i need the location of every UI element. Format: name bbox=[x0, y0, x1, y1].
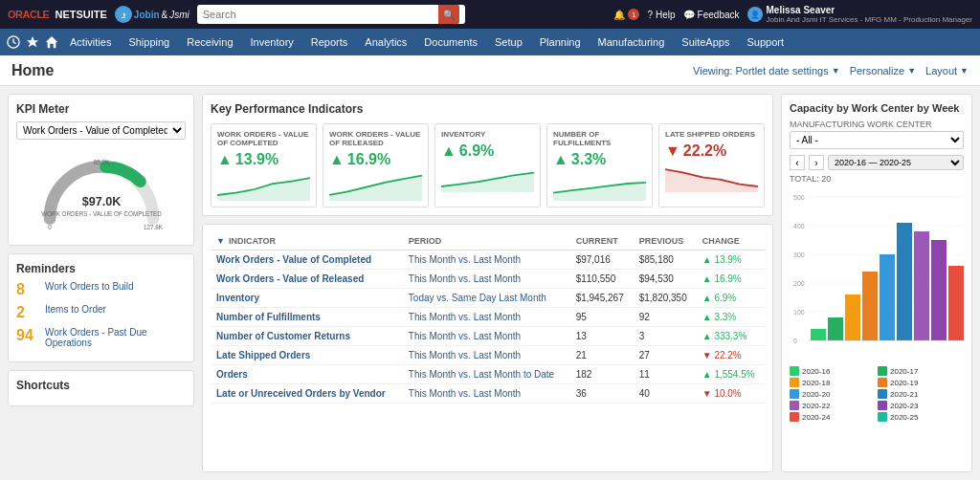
cell-current-5: 21 bbox=[570, 346, 634, 365]
user-info[interactable]: 👤 Melissa Seaver Jobin And Jsmi IT Servi… bbox=[747, 5, 972, 24]
cell-change-5: ▼ 22.2% bbox=[697, 346, 765, 365]
nav-item-shipping[interactable]: Shipping bbox=[120, 29, 178, 55]
reminder-item-2: 94Work Orders - Past Due Operations bbox=[16, 327, 186, 348]
jsmi-text: Jsmi bbox=[169, 10, 189, 20]
legend-color-7 bbox=[878, 401, 887, 410]
search-button[interactable]: 🔍 bbox=[438, 5, 459, 24]
top-right: 🔔 1 ? Help 💬 Feedback 👤 Melissa Seaver J… bbox=[613, 5, 972, 24]
legend-label-9: 2020-25 bbox=[890, 413, 918, 422]
kpi-box-value-4: ▼ 22.2% bbox=[665, 142, 758, 160]
personalize-link[interactable]: Personalize ▼ bbox=[850, 65, 916, 76]
kpi-meter-select[interactable]: Work Orders - Value of Completed bbox=[16, 121, 186, 140]
feedback-icon: 💬 bbox=[683, 10, 695, 20]
amp-text: & bbox=[162, 10, 168, 20]
clock-icon[interactable] bbox=[4, 33, 23, 52]
reminder-text-0[interactable]: Work Orders to Build bbox=[45, 281, 134, 292]
indicator-link-7[interactable]: Late or Unreceived Orders by Vendor bbox=[216, 388, 386, 399]
legend-color-0 bbox=[790, 366, 799, 376]
cell-indicator-5: Late Shipped Orders bbox=[211, 346, 403, 365]
nav-items: ActivitiesShippingReceivingInventoryRepo… bbox=[61, 29, 792, 55]
indicator-link-1[interactable]: Work Orders - Value of Released bbox=[216, 273, 364, 284]
legend-color-1 bbox=[878, 366, 887, 376]
change-value-5: 22.2% bbox=[714, 350, 741, 360]
kpi-trend-icon-1: ▲ bbox=[329, 151, 345, 168]
work-center-select[interactable]: - All - bbox=[790, 131, 964, 149]
reminder-text-2[interactable]: Work Orders - Past Due Operations bbox=[45, 327, 186, 348]
nav-item-suiteapps[interactable]: SuiteApps bbox=[673, 29, 738, 55]
bar-2 bbox=[845, 295, 860, 340]
work-center-label: MANUFACTURING WORK CENTER bbox=[790, 120, 964, 129]
indicator-link-3[interactable]: Number of Fulfillments bbox=[216, 312, 321, 322]
logo-area: ORACLE NETSUITE bbox=[8, 9, 107, 20]
nav-item-setup[interactable]: Setup bbox=[486, 29, 531, 55]
left-panel: KPI Meter Work Orders - Value of Complet… bbox=[8, 94, 194, 472]
main-content: KPI Meter Work Orders - Value of Complet… bbox=[0, 86, 980, 480]
indicator-link-5[interactable]: Late Shipped Orders bbox=[216, 350, 310, 360]
notification-item[interactable]: 🔔 1 bbox=[613, 9, 639, 20]
bar-8 bbox=[948, 266, 964, 340]
nav-item-documents[interactable]: Documents bbox=[415, 29, 486, 55]
reminders-list: 8Work Orders to Build2Items to Order94Wo… bbox=[16, 281, 186, 348]
personalize-label: Personalize bbox=[850, 65, 904, 76]
nav-item-reports[interactable]: Reports bbox=[302, 29, 357, 55]
help-label: Help bbox=[656, 10, 676, 20]
search-input[interactable] bbox=[203, 9, 438, 20]
period-link-7[interactable]: This Month vs. Last Month bbox=[409, 388, 521, 399]
nav-item-analytics[interactable]: Analytics bbox=[356, 29, 415, 55]
reminder-count-0: 8 bbox=[16, 281, 39, 298]
top-bar: ORACLE NETSUITE J Jobin & Jsmi 🔍 🔔 1 ? H… bbox=[0, 0, 980, 29]
bar-3 bbox=[862, 272, 878, 340]
period-link-5[interactable]: This Month vs. Last Month bbox=[409, 350, 521, 360]
viewing-label: Viewing: Portlet date settings bbox=[693, 65, 829, 76]
legend-color-9 bbox=[878, 412, 887, 422]
change-value-4: 333.3% bbox=[714, 331, 746, 341]
cell-change-7: ▼ 10.0% bbox=[697, 384, 765, 404]
svg-text:400: 400 bbox=[793, 223, 805, 229]
next-date-button[interactable]: › bbox=[809, 155, 824, 170]
help-item[interactable]: ? Help bbox=[647, 10, 675, 20]
col-period[interactable]: PERIOD bbox=[403, 232, 570, 251]
date-range-select[interactable]: 2020-16 — 2020-25 bbox=[828, 155, 964, 170]
kpi-box-number-4: 22.2% bbox=[683, 142, 726, 160]
period-link-2[interactable]: Today vs. Same Day Last Month bbox=[409, 293, 546, 303]
col-indicator[interactable]: ▼INDICATOR bbox=[211, 232, 403, 251]
header-right: Viewing: Portlet date settings ▼ Persona… bbox=[693, 65, 969, 76]
period-link-6[interactable]: This Month vs. Last Month to Date bbox=[409, 369, 554, 380]
kpi-box-label-3: NUMBER OF FULFILLMENTS bbox=[553, 130, 646, 147]
nav-item-inventory[interactable]: Inventory bbox=[242, 29, 302, 55]
legend-item-3: 2020-19 bbox=[878, 378, 964, 387]
period-link-3[interactable]: This Month vs. Last Month bbox=[409, 312, 521, 322]
reminder-text-1[interactable]: Items to Order bbox=[45, 304, 106, 315]
nav-item-receiving[interactable]: Receiving bbox=[178, 29, 241, 55]
period-link-1[interactable]: This Month vs. Last Month bbox=[409, 273, 521, 284]
indicator-link-4[interactable]: Number of Customer Returns bbox=[216, 331, 350, 341]
indicator-link-6[interactable]: Orders bbox=[216, 369, 248, 380]
legend-label-4: 2020-20 bbox=[802, 390, 830, 399]
layout-dropdown-icon: ▼ bbox=[960, 66, 969, 76]
cell-period-4: This Month vs. Last Month bbox=[403, 327, 570, 346]
nav-item-activities[interactable]: Activities bbox=[61, 29, 120, 55]
indicator-link-0[interactable]: Work Orders - Value of Completed bbox=[216, 254, 371, 265]
feedback-item[interactable]: 💬 Feedback bbox=[683, 10, 740, 20]
col-previous[interactable]: PREVIOUS bbox=[634, 232, 697, 251]
indicator-link-2[interactable]: Inventory bbox=[216, 293, 259, 303]
gauge-container: $97.0K WORK ORDERS - VALUE OF COMPLETED … bbox=[16, 145, 186, 231]
layout-link[interactable]: Layout ▼ bbox=[925, 65, 969, 76]
nav-item-support[interactable]: Support bbox=[738, 29, 792, 55]
legend-color-5 bbox=[878, 389, 887, 399]
user-name: Melissa Seaver bbox=[767, 5, 972, 15]
legend-color-4 bbox=[790, 389, 799, 399]
nav-item-manufacturing[interactable]: Manufacturing bbox=[590, 29, 674, 55]
nav-item-planning[interactable]: Planning bbox=[531, 29, 590, 55]
oracle-logo: ORACLE bbox=[8, 9, 49, 20]
period-link-0[interactable]: This Month vs. Last Month bbox=[409, 254, 521, 265]
col-current[interactable]: CURRENT bbox=[570, 232, 634, 251]
period-link-4[interactable]: This Month vs. Last Month bbox=[409, 331, 521, 341]
prev-date-button[interactable]: ‹ bbox=[790, 155, 805, 170]
col-change[interactable]: CHANGE bbox=[697, 232, 765, 251]
kpi-trend-icon-3: ▲ bbox=[553, 151, 568, 168]
legend-item-8: 2020-24 bbox=[790, 412, 876, 422]
viewing-link[interactable]: Viewing: Portlet date settings ▼ bbox=[693, 65, 840, 76]
home-icon[interactable] bbox=[42, 33, 61, 52]
star-icon[interactable] bbox=[23, 33, 42, 52]
